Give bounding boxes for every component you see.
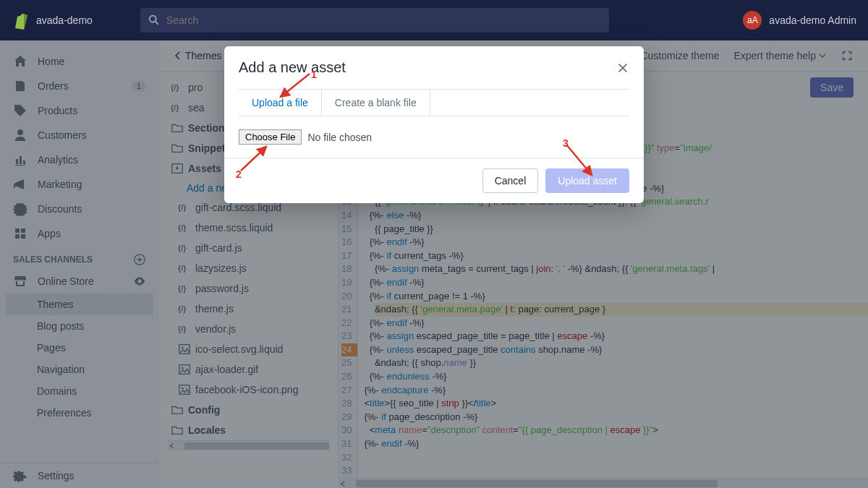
choose-file-button[interactable]: Choose File xyxy=(239,129,302,145)
store-brand[interactable]: avada-demo xyxy=(12,11,93,30)
shopify-logo xyxy=(12,11,29,30)
modal-overlay[interactable]: Add a new asset Upload a file Create a b… xyxy=(0,40,868,488)
annotation-label-1: 1 xyxy=(311,69,317,80)
app-header: avada-demo aA avada-demo Admin xyxy=(0,0,868,40)
annotation-label-3: 3 xyxy=(563,137,569,149)
annotation-label-2: 2 xyxy=(236,168,242,180)
user-name-label: avada-demo Admin xyxy=(769,14,856,26)
cancel-button[interactable]: Cancel xyxy=(482,168,539,193)
upload-asset-button[interactable]: Upload asset xyxy=(545,168,629,193)
avatar: aA xyxy=(743,11,762,30)
tab-upload-file[interactable]: Upload a file xyxy=(239,90,321,116)
modal-title: Add a new asset xyxy=(239,59,346,76)
search-input[interactable] xyxy=(166,14,602,26)
file-chosen-status: No file chosen xyxy=(307,132,372,143)
tab-create-blank[interactable]: Create a blank file xyxy=(321,90,430,116)
user-menu[interactable]: aA avada-demo Admin xyxy=(743,11,856,30)
add-asset-modal: Add a new asset Upload a file Create a b… xyxy=(224,46,644,203)
search-box[interactable] xyxy=(140,8,609,33)
search-icon xyxy=(148,14,161,27)
store-name: avada-demo xyxy=(36,14,93,26)
close-icon[interactable] xyxy=(616,61,629,74)
